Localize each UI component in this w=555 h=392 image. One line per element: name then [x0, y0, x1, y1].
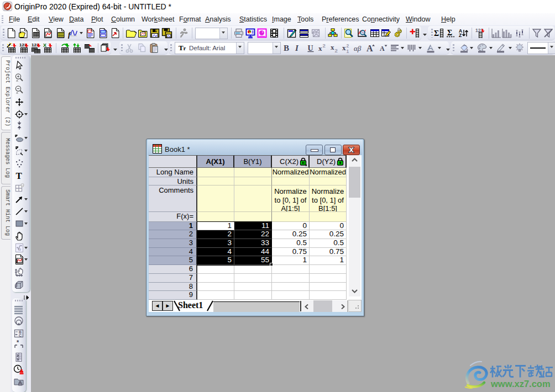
svg-text:www.xz7.com: www.xz7.com [490, 379, 551, 389]
svg-text:a: a [19, 247, 21, 251]
svg-text:A: A [366, 44, 373, 53]
svg-text:αβ: αβ [354, 44, 362, 52]
svg-text:Σ: Σ [434, 29, 439, 38]
svg-text:1: 1 [347, 49, 349, 54]
svg-text:Σ: Σ [447, 29, 452, 37]
svg-text:T: T [16, 171, 23, 181]
svg-text:*: * [17, 340, 19, 346]
svg-text:2: 2 [323, 43, 326, 49]
svg-text:C: C [19, 333, 22, 337]
svg-text:B: B [284, 44, 289, 52]
svg-text:X: X [43, 43, 46, 48]
svg-text:x: x [318, 44, 322, 52]
svg-text:I: I [295, 44, 299, 52]
svg-text:U: U [308, 44, 313, 52]
svg-text:2: 2 [347, 43, 349, 49]
svg-text:Z: Z [459, 33, 462, 38]
svg-text:x: x [331, 43, 334, 51]
svg-text:A: A [380, 45, 385, 52]
svg-text:x: x [342, 44, 346, 52]
svg-text:2: 2 [335, 47, 338, 54]
